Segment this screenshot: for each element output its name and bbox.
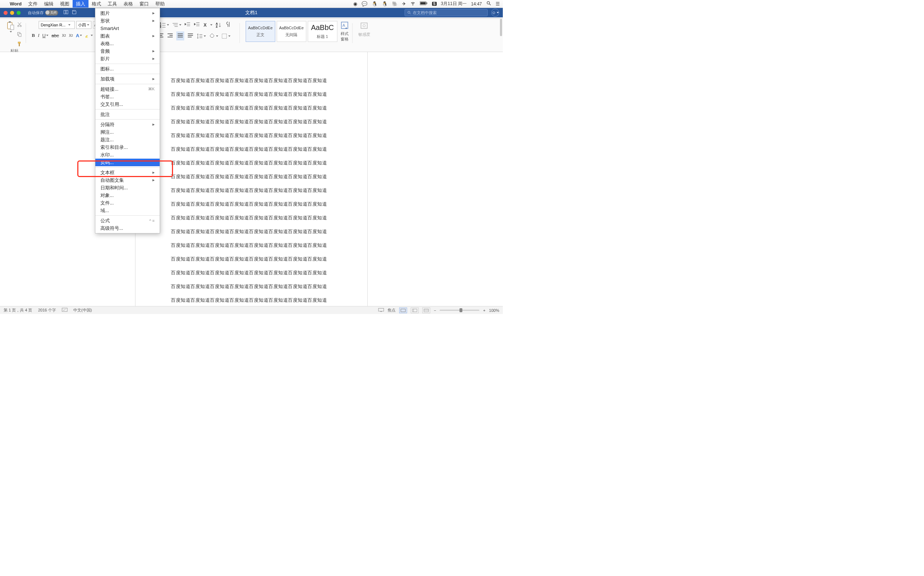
bold-button[interactable]: B (32, 32, 35, 38)
spotlight-icon[interactable] (486, 1, 491, 7)
superscript-button[interactable]: X2 (69, 34, 73, 38)
qq2-icon[interactable]: 🐧 (382, 1, 388, 6)
menu-item-书签[interactable]: 书签... (95, 93, 160, 101)
show-marks-button[interactable] (225, 21, 231, 29)
multilevel-button[interactable] (172, 22, 181, 28)
menu-format[interactable]: 格式 (88, 0, 104, 8)
underline-button[interactable]: U (42, 33, 48, 38)
save-icon[interactable] (72, 10, 77, 16)
wifi-icon[interactable] (410, 1, 415, 7)
sort-button[interactable]: AZ (215, 22, 222, 28)
zoom-in-button[interactable]: + (483, 308, 485, 313)
menu-table[interactable]: 表格 (120, 0, 136, 8)
asian-layout-button[interactable]: Ⅹ (203, 22, 212, 28)
menu-item-表格[interactable]: 表格... (95, 40, 160, 47)
home-icon[interactable] (63, 10, 69, 16)
language-indicator[interactable]: 中文(中国) (73, 307, 92, 313)
app-name[interactable]: Word (6, 0, 25, 8)
menu-item-文件[interactable]: 文件... (95, 199, 160, 207)
menu-tools[interactable]: 工具 (104, 0, 120, 8)
text-effects-button[interactable]: A (76, 33, 82, 38)
autosave-toggle[interactable]: 自动保存 关闭 (28, 10, 58, 16)
menu-item-音频[interactable]: 音频 (95, 47, 160, 55)
vertical-scrollbar[interactable] (500, 19, 502, 36)
sensitivity-button[interactable]: 敏感度 (358, 21, 370, 37)
menu-item-页码[interactable]: 页码... (95, 158, 160, 166)
tray-icon[interactable]: ◉ (353, 1, 357, 6)
menu-item-日期和时间[interactable]: 日期和时间... (95, 184, 160, 192)
italic-button[interactable]: I (38, 32, 39, 38)
feedback-button[interactable]: ☺ (491, 9, 499, 17)
web-layout-button[interactable] (422, 307, 430, 313)
evernote-icon[interactable]: 🐘 (392, 1, 398, 6)
menu-item-脚注[interactable]: 脚注... (95, 128, 160, 136)
close-window-button[interactable] (3, 11, 8, 15)
menu-item-图表[interactable]: 图表 (95, 32, 160, 40)
indent-decrease-button[interactable] (184, 21, 191, 29)
control-center-icon[interactable]: ☰ (496, 1, 500, 6)
page-indicator[interactable]: 第 1 页，共 4 页 (3, 307, 32, 313)
style-无间隔[interactable]: AaBbCcDdEe无间隔 (277, 21, 306, 42)
menu-help[interactable]: 帮助 (152, 0, 168, 8)
style-标题 1[interactable]: AaBbC标题 1 (308, 21, 337, 42)
menu-item-超链接[interactable]: 超链接...⌘K (95, 85, 160, 93)
menu-item-影片[interactable]: 影片 (95, 55, 160, 62)
qq-icon[interactable]: 🐧 (372, 1, 377, 6)
numbering-button[interactable]: 123 (160, 22, 169, 28)
print-layout-button[interactable] (411, 307, 419, 313)
display-settings-icon[interactable] (378, 308, 384, 313)
copy-icon[interactable] (17, 32, 22, 38)
menu-item-公式[interactable]: 公式^ = (95, 217, 160, 224)
menu-item-加载项[interactable]: 加载项 (95, 75, 160, 83)
menu-item-形状[interactable]: 形状 (95, 17, 160, 25)
menu-view[interactable]: 视图 (57, 0, 73, 8)
cut-icon[interactable] (17, 22, 22, 29)
menu-item-自动图文集[interactable]: 自动图文集 (95, 176, 160, 184)
styles-pane-button[interactable]: A 样式 窗格 (340, 21, 349, 42)
menubar-time[interactable]: 14:47 (471, 2, 482, 6)
menu-item-域[interactable]: 域... (95, 207, 160, 214)
spellcheck-icon[interactable] (62, 307, 67, 313)
strike-button[interactable]: abc (51, 33, 59, 38)
zoom-slider[interactable] (440, 310, 479, 311)
menu-item-图标[interactable]: 图标... (95, 65, 160, 73)
menu-file[interactable]: 文件 (25, 0, 41, 8)
menu-window[interactable]: 窗口 (136, 0, 152, 8)
zoom-out-button[interactable]: − (434, 308, 436, 313)
menu-item-批注[interactable]: 批注 (95, 110, 160, 118)
menu-insert[interactable]: 插入 (73, 0, 88, 8)
wechat-icon[interactable]: 💬 (362, 1, 367, 6)
align-right-button[interactable] (167, 32, 173, 40)
menu-item-文本框[interactable]: 文本框 (95, 169, 160, 176)
read-mode-button[interactable] (399, 307, 407, 313)
shading-button[interactable] (209, 33, 218, 39)
line-spacing-button[interactable] (196, 33, 206, 39)
subscript-button[interactable]: X2 (62, 34, 66, 38)
focus-label[interactable]: 焦点 (388, 307, 396, 313)
battery-icon[interactable] (420, 1, 428, 6)
font-name-select[interactable]: DengXian R... (39, 21, 75, 29)
menu-item-高级符号[interactable]: 高级符号... (95, 224, 160, 232)
document-page[interactable]: 百度知道百度知道百度知道百度知道百度知道百度知道百度知道百度知道百度知道百度知道… (135, 52, 368, 314)
align-distributed-button[interactable] (187, 32, 194, 40)
zoom-level[interactable]: 100% (489, 308, 499, 313)
menu-item-水印[interactable]: 水印... (95, 151, 160, 158)
menu-item-对象[interactable]: 对象... (95, 192, 160, 199)
zoom-window-button[interactable] (17, 11, 21, 15)
ime-icon[interactable]: S (432, 2, 437, 6)
menubar-date[interactable]: 3月11日 周一 (441, 1, 467, 7)
word-count[interactable]: 2016 个字 (38, 307, 56, 313)
font-size-select[interactable]: 小四 (76, 21, 91, 29)
search-input[interactable]: 在文档中搜索 (405, 9, 488, 16)
highlight-button[interactable] (85, 33, 93, 38)
format-painter-icon[interactable] (17, 41, 22, 48)
menu-item-题注[interactable]: 题注... (95, 136, 160, 144)
menu-item-图片[interactable]: 图片 (95, 10, 160, 17)
menu-item-分隔符[interactable]: 分隔符 (95, 121, 160, 128)
menu-edit[interactable]: 编辑 (41, 0, 57, 8)
minimize-window-button[interactable] (10, 11, 14, 15)
menu-item-索引和目录[interactable]: 索引和目录... (95, 144, 160, 151)
send-icon[interactable]: ✈ (402, 1, 406, 6)
paste-button[interactable] (6, 21, 14, 32)
indent-increase-button[interactable] (194, 21, 200, 29)
